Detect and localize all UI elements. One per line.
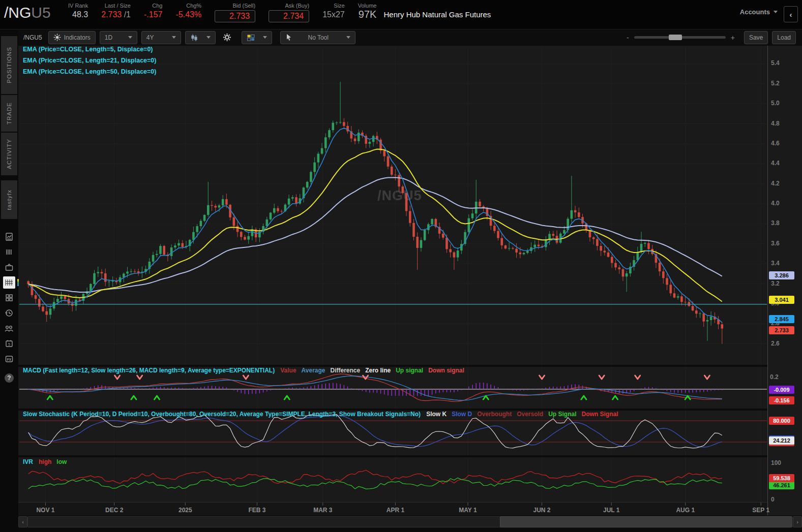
field-iv-rank: IV Rank 48.3: [68, 0, 88, 19]
ema21-label[interactable]: EMA (Price=CLOSE, Length=21, Displace=0): [23, 57, 156, 64]
zoom-in-button[interactable]: +: [731, 34, 735, 42]
ivr-label[interactable]: IVR: [23, 458, 33, 465]
tv-icon[interactable]: [0, 260, 18, 275]
toolbar-symbol: /NGU5: [23, 34, 42, 41]
layout-grid-icon: [247, 34, 255, 42]
fx-icon[interactable]: FX: [0, 351, 18, 366]
scroll-right-button[interactable]: ›: [793, 516, 802, 527]
ask-button[interactable]: 2.734: [269, 10, 309, 22]
field-bid: Bid (Sell) 2.733: [215, 0, 255, 22]
macd-study-row: MACD (Fast length=12, Slow length=26, MA…: [23, 367, 469, 374]
load-button[interactable]: Load: [772, 31, 796, 44]
legend-item[interactable]: high: [39, 458, 51, 465]
legend-item[interactable]: Slow K: [426, 411, 447, 418]
field-last-size: Last / Size 2.733 /1: [101, 0, 131, 19]
chevron-down-icon: [128, 36, 132, 39]
chart-canvas[interactable]: [0, 0, 802, 532]
header-bar: /NGU5 IV Rank 48.3 Last / Size 2.733 /1 …: [0, 0, 802, 29]
field-chg: Chg -.157: [144, 0, 162, 19]
instrument-name: Henry Hub Natural Gas Futures: [383, 10, 491, 19]
indicators-burst-icon: [53, 34, 61, 41]
legend-item[interactable]: Value: [280, 367, 296, 374]
legend-item[interactable]: Difference: [330, 367, 360, 374]
legend-item[interactable]: Up Signal: [548, 411, 576, 418]
settings-button[interactable]: [220, 32, 237, 44]
sidebar-tab-trade[interactable]: TRADE: [1, 95, 17, 133]
stochastic-study-row: Slow Stochastic (K Period=10, D Period=1…: [23, 411, 623, 418]
legend-item[interactable]: Overbought: [477, 411, 512, 418]
chevron-left-icon: ‹: [790, 10, 792, 19]
symbol-ticker[interactable]: /NGU5: [0, 0, 55, 21]
history-icon[interactable]: [0, 305, 18, 321]
chevron-down-icon: [774, 11, 778, 13]
grid-dashboard-icon[interactable]: [0, 290, 18, 305]
legend-item[interactable]: Down signal: [428, 367, 464, 374]
chevron-down-icon: [206, 36, 211, 39]
legend-item[interactable]: Up signal: [396, 367, 423, 374]
zoom-slider-thumb[interactable]: [669, 35, 682, 40]
range-dropdown[interactable]: 4Y: [141, 31, 181, 44]
field-volume: Volume 97K: [358, 0, 377, 20]
zoom-slider[interactable]: [634, 36, 726, 39]
help-icon[interactable]: ?: [0, 370, 18, 386]
sidebar-tab-tastyfx[interactable]: tastyfx: [1, 180, 17, 220]
collapse-panel-button[interactable]: ‹: [784, 6, 798, 22]
layout-dropdown[interactable]: [242, 31, 272, 44]
chart-hscrollbar[interactable]: ‹ ›: [18, 515, 802, 528]
left-sidebar: POSITIONS TRADE ACTIVITY tastyfx: [0, 29, 18, 532]
chevron-down-icon: [346, 36, 350, 39]
watchlist-icon[interactable]: [0, 244, 18, 260]
chevron-down-icon: [172, 36, 176, 39]
follow-traders-icon[interactable]: [0, 321, 18, 336]
field-ask: Ask (Buy) 2.734: [269, 0, 309, 22]
zoom-out-button[interactable]: -: [627, 34, 629, 42]
legend-item[interactable]: Down Signal: [582, 411, 618, 418]
legend-item[interactable]: Slow D: [452, 411, 472, 418]
chart-type-dropdown[interactable]: [185, 31, 216, 44]
save-button[interactable]: Save: [744, 31, 768, 44]
scrollbar-thumb[interactable]: [500, 516, 792, 527]
accounts-menu[interactable]: Accounts: [740, 8, 778, 16]
ema5-label[interactable]: EMA (Price=CLOSE, Length=5, Displace=0): [23, 46, 153, 53]
chart-icon[interactable]: [0, 275, 18, 290]
chevron-down-icon: [263, 36, 267, 39]
indicators-button[interactable]: Indicators: [48, 31, 96, 44]
bid-button[interactable]: 2.733: [215, 10, 255, 22]
ivr-study-row: IVRhighlow: [23, 458, 72, 465]
candlestick-icon: [190, 34, 198, 42]
calendar-icon[interactable]: 5: [0, 336, 18, 351]
timeframe-dropdown[interactable]: 1D: [100, 31, 137, 44]
legend-item[interactable]: low: [56, 458, 67, 465]
sidebar-tab-activity[interactable]: ACTIVITY: [1, 133, 17, 176]
price-axis[interactable]: [767, 46, 802, 515]
journal-icon[interactable]: [0, 229, 18, 244]
svg-text:5: 5: [8, 342, 10, 346]
stochastic-label[interactable]: Slow Stochastic (K Period=10, D Period=1…: [23, 411, 421, 418]
scroll-left-button[interactable]: ‹: [18, 516, 27, 527]
macd-label[interactable]: MACD (Fast length=12, Slow length=26, MA…: [23, 367, 275, 374]
ema50-label[interactable]: EMA (Price=CLOSE, Length=50, Displace=0): [23, 68, 156, 75]
chart-toolbar: /NGU5 Indicators 1D 4Y No Tool -: [18, 29, 802, 46]
cursor-icon: [285, 34, 292, 41]
legend-item[interactable]: Average: [302, 367, 325, 374]
field-size: Size 15x27: [322, 0, 345, 19]
legend-item[interactable]: Zero line: [365, 367, 391, 374]
svg-text:FX: FX: [7, 358, 12, 361]
active-tab-indicator: [17, 279, 19, 286]
gear-icon: [223, 33, 231, 42]
field-chg-pct: Chg% -5.43%: [175, 0, 201, 19]
legend-item[interactable]: Oversold: [517, 411, 543, 418]
trading-platform-window: /NGU5 5.45.25.04.84.64.44.24.03.83.63.43…: [0, 0, 802, 532]
drawing-tool-dropdown[interactable]: No Tool: [280, 31, 355, 44]
sidebar-tab-positions[interactable]: POSITIONS: [1, 36, 17, 95]
